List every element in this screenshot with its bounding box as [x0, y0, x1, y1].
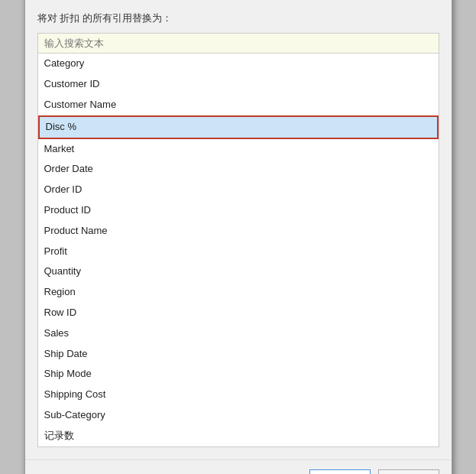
list-item[interactable]: 记录数: [38, 426, 439, 446]
cancel-button[interactable]: 取消: [378, 469, 439, 474]
list-item[interactable]: Row ID: [38, 303, 439, 323]
replace-reference-dialog: 替换引用... × 将对 折扣 的所有引用替换为： CategoryCustom…: [24, 0, 452, 474]
list-item[interactable]: Order Date: [38, 159, 439, 180]
list-item[interactable]: Category: [38, 54, 439, 74]
list-item[interactable]: Sales: [38, 323, 439, 344]
list-item[interactable]: Ship Date: [38, 344, 439, 365]
list-item[interactable]: Ship Mode: [38, 364, 439, 385]
search-input[interactable]: [37, 33, 439, 54]
items-list: CategoryCustomer IDCustomer NameDisc %Ma…: [37, 54, 439, 446]
list-item[interactable]: Sub-Category: [38, 405, 439, 426]
list-item[interactable]: Order ID: [38, 180, 439, 200]
list-item[interactable]: Profit: [38, 242, 439, 262]
list-item[interactable]: Shipping Cost: [38, 385, 439, 405]
dialog-body: 将对 折扣 的所有引用替换为： CategoryCustomer IDCusto…: [25, 0, 452, 459]
list-item[interactable]: Customer Name: [38, 95, 439, 115]
list-item[interactable]: Quantity: [38, 261, 439, 282]
ok-button[interactable]: 确定: [309, 469, 371, 474]
list-item[interactable]: Disc %: [38, 115, 439, 139]
dialog-subtitle: 将对 折扣 的所有引用替换为：: [37, 11, 439, 25]
list-item[interactable]: Customer ID: [38, 74, 439, 95]
list-item[interactable]: Product ID: [38, 200, 439, 221]
list-item[interactable]: Market: [38, 139, 439, 160]
list-item[interactable]: Region: [38, 282, 439, 303]
dialog-footer: 确定 取消: [25, 459, 452, 474]
list-item[interactable]: Product Name: [38, 221, 439, 242]
